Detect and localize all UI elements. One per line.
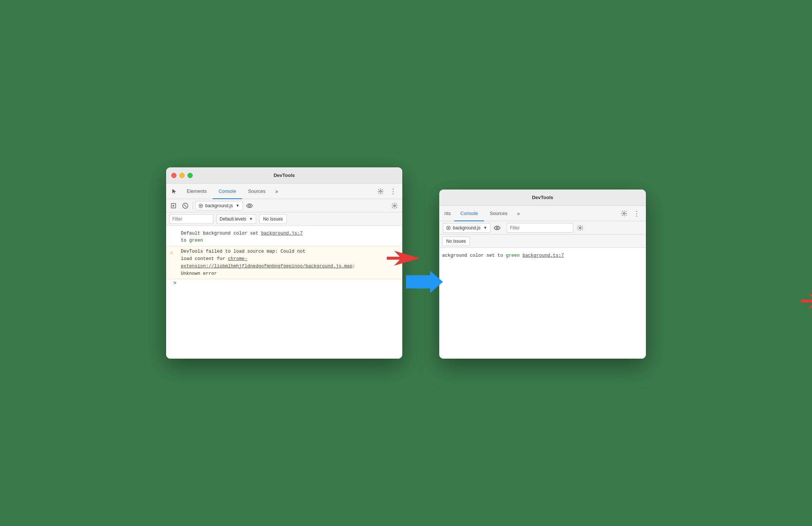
- tabbar-actions-left: ⋮: [375, 186, 399, 197]
- traffic-lights-left: [171, 173, 193, 178]
- svg-point-12: [448, 227, 449, 229]
- console-toolbar-right: background.js ▼: [439, 221, 646, 235]
- cursor-icon-btn[interactable]: [168, 185, 181, 198]
- settings-btn-right[interactable]: [619, 208, 630, 219]
- right-log-entry-1: ackground color set to green background.…: [439, 251, 646, 261]
- scene: DevTools Elements Console Sources »: [166, 167, 646, 359]
- run-btn[interactable]: [168, 201, 179, 211]
- tabbar-left: Elements Console Sources » ⋮: [166, 184, 402, 199]
- svg-point-8: [394, 205, 396, 206]
- window-title-left: DevTools: [273, 173, 295, 178]
- filter-input-right[interactable]: [507, 223, 573, 233]
- svg-line-4: [184, 205, 186, 207]
- svg-marker-2: [173, 205, 175, 207]
- log-entry-1: Default background color set background.…: [166, 229, 402, 246]
- tab-nts[interactable]: nts: [441, 206, 454, 221]
- window-title-right: DevTools: [532, 195, 553, 200]
- tab-sources[interactable]: Sources: [242, 184, 272, 199]
- console-settings-btn[interactable]: [389, 200, 400, 211]
- file-selector-right[interactable]: background.js ▼: [443, 223, 491, 233]
- filter-input-left[interactable]: [169, 214, 213, 224]
- more-menu-btn-right[interactable]: ⋮: [631, 208, 642, 219]
- tabbar-right: nts Console Sources » ⋮: [439, 206, 646, 221]
- tab-console-right[interactable]: Console: [454, 206, 484, 221]
- svg-point-14: [579, 227, 581, 229]
- filter-bar-left: Default levels ▼ No Issues: [166, 212, 402, 226]
- file-selector-left[interactable]: background.js ▼: [195, 201, 243, 211]
- blue-arrow: [406, 271, 443, 293]
- warning-entry: ⚠ DevTools failed to load source map: Co…: [166, 246, 402, 279]
- more-tabs-btn[interactable]: »: [272, 186, 282, 197]
- red-arrow-left: [387, 251, 420, 267]
- toolbar-divider-1: [193, 202, 193, 209]
- eye-btn-right[interactable]: [492, 223, 502, 233]
- console-settings-btn-right[interactable]: [575, 222, 586, 233]
- tabbar-actions-right: ⋮: [619, 208, 642, 219]
- stop-btn[interactable]: [180, 201, 190, 211]
- minimize-button[interactable]: [179, 173, 185, 178]
- svg-marker-16: [801, 294, 812, 308]
- console-prompt[interactable]: >: [166, 279, 402, 287]
- console-toolbar-left: background.js ▼: [166, 199, 402, 212]
- settings-btn-left[interactable]: [375, 186, 386, 197]
- log-link-1[interactable]: background.js:7: [261, 231, 303, 236]
- levels-dropdown[interactable]: Default levels ▼: [216, 214, 256, 224]
- svg-point-7: [248, 205, 250, 206]
- tab-elements[interactable]: Elements: [181, 184, 213, 199]
- maximize-button[interactable]: [187, 173, 193, 178]
- tab-console[interactable]: Console: [213, 184, 242, 199]
- right-devtools-window: DevTools nts Console Sources »: [439, 189, 646, 359]
- no-issues-btn-left[interactable]: No Issues: [259, 214, 287, 224]
- no-issues-btn-right[interactable]: No Issues: [442, 236, 470, 246]
- svg-point-10: [623, 212, 625, 214]
- titlebar-right: DevTools: [439, 189, 646, 206]
- filter-bar-right: No Issues: [439, 235, 646, 248]
- warning-icon: ⚠: [170, 249, 173, 257]
- svg-point-6: [200, 205, 202, 206]
- console-content-right: ackground color set to green background.…: [439, 248, 646, 359]
- left-devtools-window: DevTools Elements Console Sources »: [166, 167, 402, 359]
- red-arrow-right: [801, 294, 812, 310]
- tab-sources-right[interactable]: Sources: [484, 206, 513, 221]
- right-log-link-1[interactable]: background.ts:7: [523, 253, 564, 258]
- blue-arrow-container: [402, 263, 447, 300]
- svg-point-0: [380, 190, 382, 192]
- svg-point-13: [496, 227, 498, 229]
- svg-marker-15: [387, 251, 420, 266]
- eye-btn-left[interactable]: [244, 201, 255, 211]
- console-content-left: Default background color set background.…: [166, 226, 402, 359]
- svg-marker-9: [406, 271, 443, 293]
- more-menu-btn-left[interactable]: ⋮: [388, 186, 399, 197]
- more-tabs-btn-right[interactable]: »: [513, 208, 524, 219]
- close-button[interactable]: [171, 173, 176, 178]
- titlebar-left: DevTools: [166, 167, 402, 184]
